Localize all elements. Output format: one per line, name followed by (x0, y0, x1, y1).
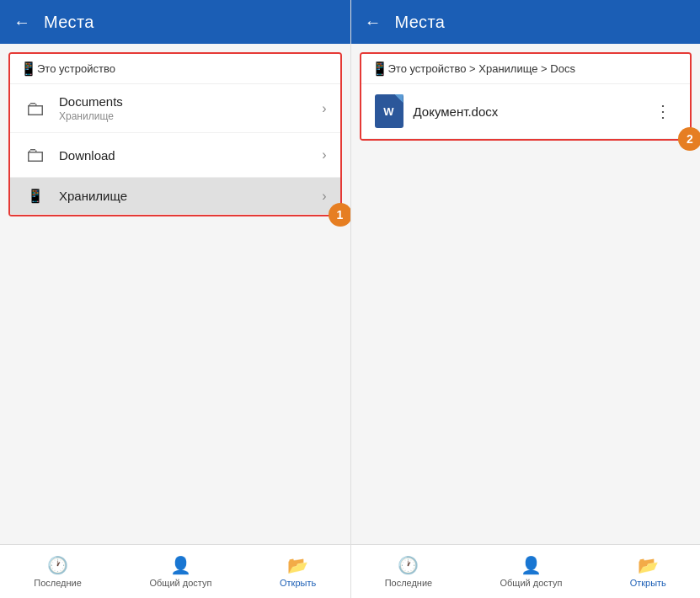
panel2-recent-icon: 🕐 (398, 555, 419, 575)
panel2-nav-shared-label: Общий доступ (500, 578, 562, 588)
panel1-download-name: Download (59, 148, 322, 163)
chevron-icon-storage: › (322, 189, 326, 204)
panel1-back-button[interactable]: ← (13, 13, 30, 32)
chevron-icon-documents: › (322, 101, 326, 116)
more-options-icon[interactable]: ⋮ (649, 98, 676, 125)
panel1-header: ← Места (0, 0, 350, 44)
panel2-breadcrumb-row: 📱 Это устройство > Хранилище > Docs (361, 54, 691, 84)
panel2-item-docx[interactable]: W Документ.docx ⋮ (361, 84, 691, 139)
step-badge-2: 2 (678, 127, 700, 151)
panel2-breadcrumb: Это устройство > Хранилище > Docs (388, 62, 575, 75)
panel1-item-documents[interactable]: 🗀 Documents Хранилище › (10, 84, 340, 133)
panel2-header: ← Места (351, 0, 701, 44)
panel1-breadcrumb: Это устройство (37, 62, 115, 75)
panel-1: ← Места 📱 Это устройство 🗀 Documents Хра… (0, 0, 350, 598)
panel1-content: 📱 Это устройство 🗀 Documents Хранилище ›… (0, 44, 350, 544)
panel2-docx-name: Документ.docx (414, 104, 650, 119)
panel2-content: 📱 Это устройство > Хранилище > Docs W До… (351, 44, 701, 544)
panel2-device-icon: 📱 (371, 61, 388, 77)
panel2-docx-content: Документ.docx (414, 104, 650, 119)
panel1-storage-name: Хранилище (59, 189, 322, 203)
panel1-download-content: Download (59, 148, 322, 163)
panel1-highlight-wrapper: 📱 Это устройство 🗀 Documents Хранилище ›… (8, 52, 342, 216)
panel1-nav-shared-label: Общий доступ (149, 578, 211, 588)
panel1-item-download[interactable]: 🗀 Download › (10, 133, 340, 178)
panel1-documents-sub: Хранилище (59, 110, 322, 122)
panel2-nav-recent[interactable]: 🕐 Последние (375, 550, 443, 593)
panel1-nav-recent-label: Последние (34, 578, 82, 588)
panel2-nav-open[interactable]: 📂 Открыть (620, 550, 676, 593)
panel2-nav-shared[interactable]: 👤 Общий доступ (489, 550, 572, 593)
panel1-nav-recent[interactable]: 🕐 Последние (24, 550, 92, 593)
word-doc-icon: W (375, 94, 403, 128)
panel2-back-button[interactable]: ← (365, 13, 382, 32)
chevron-icon-download: › (322, 147, 326, 163)
panel1-storage-content: Хранилище (59, 189, 322, 203)
panel2-shared-icon: 👤 (521, 555, 542, 575)
panel2-highlight-wrapper: 📱 Это устройство > Хранилище > Docs W До… (360, 52, 692, 141)
panel2-nav-open-label: Открыть (630, 578, 666, 588)
open-icon: 📂 (287, 555, 308, 575)
panel2-nav-recent-label: Последние (385, 578, 433, 588)
panel1-breadcrumb-row: 📱 Это устройство (10, 54, 340, 84)
device-icon-storage: 📱 (24, 188, 47, 204)
shared-icon: 👤 (170, 555, 191, 575)
panel1-documents-content: Documents Хранилище (59, 94, 322, 122)
folder-icon-documents: 🗀 (24, 97, 47, 120)
panel1-bottom-nav: 🕐 Последние 👤 Общий доступ 📂 Открыть (0, 544, 350, 598)
panel2-bottom-nav: 🕐 Последние 👤 Общий доступ 📂 Открыть (351, 544, 701, 598)
recent-icon: 🕐 (47, 555, 68, 575)
panel1-title: Места (44, 13, 94, 32)
panel1-item-storage[interactable]: 📱 Хранилище › (10, 178, 340, 215)
panel2-open-icon: 📂 (638, 555, 659, 575)
panel1-nav-open-label: Открыть (280, 578, 316, 588)
panel1-device-icon: 📱 (20, 61, 37, 77)
panel1-highlight-box: 📱 Это устройство 🗀 Documents Хранилище ›… (8, 52, 342, 216)
step-badge-1: 1 (329, 203, 350, 227)
panel1-nav-shared[interactable]: 👤 Общий доступ (139, 550, 222, 593)
folder-icon-download: 🗀 (24, 143, 47, 167)
panel1-documents-name: Documents (59, 94, 322, 109)
panel-2: ← Места 📱 Это устройство > Хранилище > D… (350, 0, 701, 598)
panel2-highlight-box: 📱 Это устройство > Хранилище > Docs W До… (360, 52, 692, 141)
panel1-nav-open[interactable]: 📂 Открыть (270, 550, 326, 593)
panel2-title: Места (395, 13, 446, 32)
